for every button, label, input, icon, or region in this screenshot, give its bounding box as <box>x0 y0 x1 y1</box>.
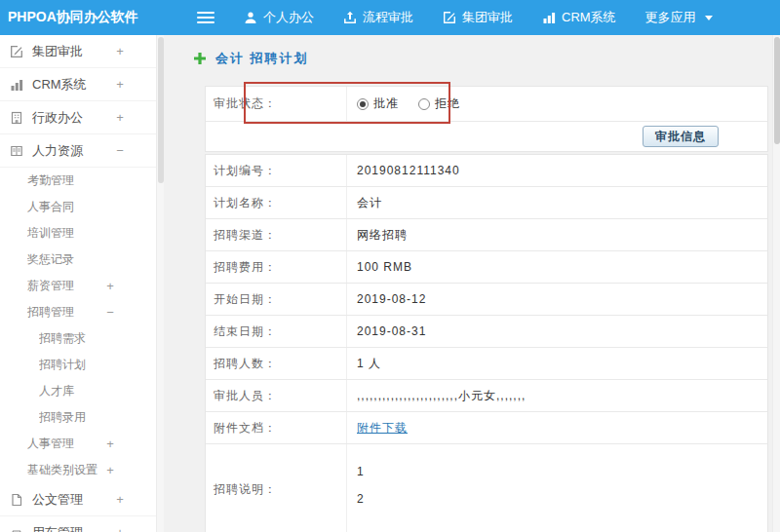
sidebar-item-hr-contract[interactable]: 人事合同 <box>0 194 156 220</box>
nav-personal-office[interactable]: 个人办公 <box>244 9 314 26</box>
nav-label: CRM系统 <box>562 9 616 26</box>
field-value: 1 人 <box>347 348 767 379</box>
approval-panel: 审批状态： 批准 拒绝 审批信息 <box>205 86 768 152</box>
field-value: 网络招聘 <box>347 219 767 250</box>
field-value: 20190812111340 <box>347 155 767 186</box>
button-row: 审批信息 <box>206 122 767 151</box>
expand-toggle[interactable]: + <box>113 44 127 58</box>
scrollbar-thumb[interactable] <box>774 37 780 144</box>
field-value: 2019-08-31 <box>347 316 767 347</box>
field-value: 2019-08-12 <box>347 284 767 315</box>
expand-toggle[interactable]: + <box>113 110 127 125</box>
field-label: 审批人员： <box>206 380 347 411</box>
table-row-start-date: 开始日期： 2019-08-12 <box>206 284 767 316</box>
building-icon <box>10 111 25 125</box>
status-row: 审批状态： 批准 拒绝 <box>206 87 767 122</box>
radio-icon[interactable] <box>357 98 369 110</box>
radio-approve[interactable]: 批准 <box>357 95 399 112</box>
page-title: 会计 招聘计划 <box>215 50 309 67</box>
radio-icon[interactable] <box>418 98 430 110</box>
sidebar-item-hr[interactable]: 人力资源 − <box>0 134 156 168</box>
top-nav: 个人办公 流程审批 集团审批 CRM系统 更多应用 <box>214 9 713 26</box>
add-icon <box>193 52 207 65</box>
chart-icon <box>542 11 556 24</box>
field-value: 附件下载 <box>347 412 767 443</box>
edit-icon <box>10 45 25 58</box>
table-row-recruit-channel: 招聘渠道： 网络招聘 <box>206 219 767 251</box>
field-label: 结束日期： <box>206 316 347 347</box>
sidebar-item-recruit-hire[interactable]: 招聘录用 <box>0 404 156 431</box>
menu-icon[interactable] <box>197 12 214 23</box>
sidebar-scrollbar[interactable] <box>156 35 164 532</box>
page-title-row: 会计 招聘计划 <box>193 50 309 67</box>
sidebar-item-personnel-mgmt[interactable]: 人事管理+ <box>0 431 156 457</box>
expand-toggle[interactable]: − <box>103 305 117 320</box>
sidebar-item-admin-office[interactable]: 行政办公 + <box>0 101 156 134</box>
flow-icon <box>343 11 357 24</box>
app-brand: PHPOA协同办公软件 <box>0 9 164 26</box>
field-value: 100 RMB <box>347 251 767 283</box>
nav-label: 集团审批 <box>462 9 513 26</box>
edit-icon <box>443 11 456 24</box>
expand-toggle[interactable]: + <box>103 279 117 293</box>
table-row-plan-name: 计划名称： 会计 <box>206 187 767 219</box>
sidebar-item-base-category[interactable]: 基础类别设置+ <box>0 457 156 483</box>
radio-label: 批准 <box>373 95 399 112</box>
approve-info-button[interactable]: 审批信息 <box>643 126 719 147</box>
book-icon <box>10 144 25 158</box>
table-row-recruit-cost: 招聘费用： 100 RMB <box>206 251 767 284</box>
sidebar-item-reward-record[interactable]: 奖惩记录 <box>0 247 156 273</box>
nav-label: 更多应用 <box>645 9 696 26</box>
field-label: 招聘费用： <box>206 251 347 283</box>
expand-toggle[interactable]: + <box>103 463 117 477</box>
field-value: 会计 <box>347 187 767 218</box>
sidebar-item-recruit-plan[interactable]: 招聘计划 <box>0 352 156 378</box>
field-label: 计划名称： <box>206 187 347 218</box>
radio-reject[interactable]: 拒绝 <box>418 95 460 112</box>
status-options: 批准 拒绝 <box>347 87 767 121</box>
table-row-plan-number: 计划编号： 20190812111340 <box>206 155 767 187</box>
sidebar-item-recruit-demand[interactable]: 招聘需求 <box>0 325 156 352</box>
nav-crm[interactable]: CRM系统 <box>542 9 616 26</box>
table-row-approvers: 审批人员： ,,,,,,,,,,,,,,,,,,,,,,,,小元女,,,,,,, <box>206 380 767 412</box>
sidebar-item-training[interactable]: 培训管理 <box>0 220 156 247</box>
radio-label: 拒绝 <box>435 95 460 112</box>
field-label: 招聘说明： <box>206 444 347 532</box>
nav-label: 个人办公 <box>263 9 314 26</box>
field-label: 审批状态： <box>206 87 347 121</box>
sidebar-item-document-mgmt[interactable]: 公文管理 + <box>0 483 156 516</box>
table-row-recruit-note: 招聘说明： 1 2 <box>206 444 767 532</box>
scrollbar-thumb[interactable] <box>158 37 164 183</box>
expand-toggle[interactable]: + <box>113 77 127 92</box>
nav-more-apps[interactable]: 更多应用 <box>645 9 713 26</box>
field-label: 招聘渠道： <box>206 219 347 250</box>
expand-toggle[interactable]: − <box>113 143 127 158</box>
sidebar-item-salary-mgmt[interactable]: 薪资管理+ <box>0 273 156 299</box>
doc-icon <box>10 493 25 507</box>
field-value: 1 2 <box>347 444 767 532</box>
field-label: 开始日期： <box>206 284 347 315</box>
sidebar-item-talent-pool[interactable]: 人才库 <box>0 378 156 404</box>
page-scrollbar[interactable] <box>772 35 780 532</box>
expand-toggle[interactable]: + <box>113 492 127 507</box>
sidebar-item-vehicle-mgmt[interactable]: 用车管理 + <box>0 516 156 532</box>
field-label: 招聘人数： <box>206 348 347 379</box>
nav-label: 流程审批 <box>363 9 413 26</box>
field-label: 计划编号： <box>206 155 347 186</box>
sidebar-item-group-approval[interactable]: 集团审批 + <box>0 35 156 68</box>
sidebar-item-recruit-mgmt[interactable]: 招聘管理− <box>0 299 156 325</box>
table-row-headcount: 招聘人数： 1 人 <box>206 348 767 380</box>
user-icon <box>244 11 257 24</box>
attachment-download-link[interactable]: 附件下载 <box>357 420 408 437</box>
caret-down-icon <box>705 16 713 20</box>
phpoa-app: PHPOA协同办公软件 个人办公 流程审批 集团审批 CRM系统 更多应用 <box>0 0 780 532</box>
expand-toggle[interactable]: + <box>103 437 117 451</box>
car-icon <box>10 526 25 532</box>
nav-process-approval[interactable]: 流程审批 <box>343 9 413 26</box>
nav-group-approval[interactable]: 集团审批 <box>443 9 513 26</box>
field-label: 附件文档： <box>206 412 347 443</box>
sidebar-item-attendance[interactable]: 考勤管理 <box>0 168 156 194</box>
expand-toggle[interactable]: + <box>113 525 127 532</box>
sidebar-item-crm[interactable]: CRM系统 + <box>0 68 156 101</box>
topbar: PHPOA协同办公软件 个人办公 流程审批 集团审批 CRM系统 更多应用 <box>0 0 780 35</box>
